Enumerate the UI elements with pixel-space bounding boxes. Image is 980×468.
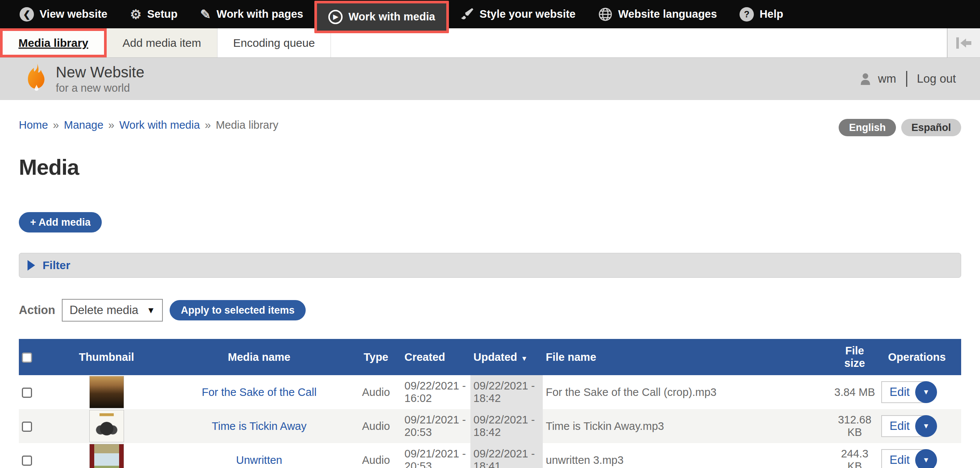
breadcrumb: Home » Manage » Work with media » Media …: [19, 119, 278, 131]
breadcrumb-separator: »: [53, 119, 59, 131]
site-name: New Website: [56, 64, 144, 80]
select-arrow-icon: ▼: [146, 305, 155, 316]
toolbar-item-view-website[interactable]: ❮ View website: [8, 0, 119, 28]
media-file-name: unwritten 3.mp3: [543, 443, 831, 468]
filter-collapsible[interactable]: Filter: [19, 253, 961, 278]
edit-dropdown-toggle[interactable]: ▼: [915, 381, 937, 403]
media-updated: 09/22/2021 - 18:42: [470, 409, 543, 443]
sort-desc-icon: ▼: [521, 355, 528, 362]
select-all-checkbox[interactable]: [22, 353, 32, 363]
site-slogan: for a new world: [56, 82, 144, 94]
media-created: 09/21/2021 - 20:53: [401, 443, 470, 468]
tab-add-media-item[interactable]: Add media item: [107, 28, 217, 58]
tab-label: Add media item: [123, 37, 201, 50]
media-updated: 09/22/2021 - 18:42: [470, 375, 543, 409]
media-type: Audio: [350, 375, 401, 409]
flame-logo-icon: [24, 63, 48, 95]
media-file-size: 244.3 KB: [831, 443, 878, 468]
toolbar-item-work-with-pages[interactable]: ✎ Work with pages: [189, 0, 314, 28]
media-name-link[interactable]: Time is Tickin Away: [212, 420, 306, 432]
row-checkbox[interactable]: [22, 388, 32, 398]
edit-dropdown-toggle[interactable]: ▼: [915, 449, 937, 468]
collapse-left-icon: [956, 37, 972, 50]
table-header-row: Thumbnail Media name Type Created Update…: [19, 339, 961, 375]
media-file-size: 3.84 MB: [831, 375, 878, 409]
language-pill-espanol[interactable]: Español: [901, 119, 961, 136]
media-created: 09/21/2021 - 20:53: [401, 409, 470, 443]
edit-dropdown-toggle[interactable]: ▼: [915, 415, 937, 437]
media-thumbnail: [89, 376, 124, 408]
media-table: Thumbnail Media name Type Created Update…: [19, 339, 961, 468]
site-header: New Website for a new world wm Log out: [0, 58, 980, 100]
media-name-link[interactable]: For the Sake of the Call: [202, 386, 317, 398]
column-header-file-size: File size: [831, 339, 878, 375]
globe-icon: [598, 7, 612, 21]
column-header-updated[interactable]: Updated▼: [470, 339, 543, 375]
page-title: Media: [19, 154, 961, 180]
media-created: 09/22/2021 - 16:02: [401, 375, 470, 409]
tab-label: Encoding queue: [233, 37, 315, 50]
media-row: Unwritten Audio 09/21/2021 - 20:53 09/22…: [19, 443, 961, 468]
media-file-name: For the Sake of the Call (crop).mp3: [543, 375, 831, 409]
action-select-value: Delete media: [69, 303, 138, 317]
media-type: Audio: [350, 443, 401, 468]
row-checkbox[interactable]: [22, 422, 32, 432]
paintbrush-icon: [460, 8, 474, 21]
column-header-media-name[interactable]: Media name: [168, 339, 350, 375]
logout-link[interactable]: Log out: [917, 72, 956, 86]
pencil-icon: ✎: [200, 8, 211, 21]
toolbar-item-label: Style your website: [479, 8, 576, 21]
apply-button[interactable]: Apply to selected items: [170, 300, 306, 320]
toolbar-item-style-your-website[interactable]: Style your website: [449, 0, 587, 28]
media-updated: 09/22/2021 - 18:41: [470, 443, 543, 468]
media-name-link[interactable]: Unwritten: [236, 454, 282, 466]
tab-label: Media library: [19, 37, 88, 50]
media-thumbnail: [89, 444, 124, 468]
toolbar-item-label: View website: [40, 8, 107, 21]
breadcrumb-home[interactable]: Home: [19, 119, 48, 131]
breadcrumb-separator: »: [205, 119, 211, 131]
toolbar-item-help[interactable]: ? Help: [728, 0, 795, 28]
toolbar-item-label: Work with pages: [217, 8, 304, 21]
local-tasks-bar: Media library Add media item Encoding qu…: [0, 28, 980, 58]
gear-icon: ⚙: [130, 8, 142, 21]
toolbar-collapse-toggle[interactable]: [947, 28, 980, 58]
column-header-operations: Operations: [878, 339, 961, 375]
user-separator: [906, 71, 907, 87]
column-header-label: Updated: [473, 351, 517, 363]
expand-triangle-icon: [27, 260, 35, 271]
action-select[interactable]: Delete media ▼: [62, 299, 162, 321]
media-thumbnail: [89, 410, 124, 442]
toolbar-item-label: Work with media: [348, 11, 435, 23]
media-file-size: 312.68 KB: [831, 409, 878, 443]
operations-dropbutton: Edit ▼: [881, 415, 937, 437]
media-type: Audio: [350, 409, 401, 443]
username-link[interactable]: wm: [878, 72, 896, 86]
column-header-created[interactable]: Created: [401, 339, 470, 375]
breadcrumb-work-with-media[interactable]: Work with media: [119, 119, 200, 131]
media-row: For the Sake of the Call Audio 09/22/202…: [19, 375, 961, 409]
breadcrumb-current: Media library: [216, 119, 278, 131]
play-icon: ▶: [328, 10, 343, 24]
operations-dropbutton: Edit ▼: [881, 381, 937, 403]
site-branding[interactable]: New Website for a new world: [24, 63, 144, 95]
tab-encoding-queue[interactable]: Encoding queue: [218, 28, 331, 58]
help-icon: ?: [740, 7, 754, 21]
language-pill-english[interactable]: English: [838, 119, 896, 136]
user-icon: [860, 73, 871, 85]
toolbar-item-work-with-media[interactable]: ▶ Work with media: [314, 1, 449, 33]
row-checkbox[interactable]: [22, 455, 32, 466]
column-header-type[interactable]: Type: [350, 339, 401, 375]
breadcrumb-manage[interactable]: Manage: [64, 119, 103, 131]
media-file-name: Time is Tickin Away.mp3: [543, 409, 831, 443]
toolbar-item-setup[interactable]: ⚙ Setup: [119, 0, 189, 28]
action-label: Action: [19, 303, 55, 317]
media-row: Time is Tickin Away Audio 09/21/2021 - 2…: [19, 409, 961, 443]
column-header-file-name: File name: [543, 339, 831, 375]
toolbar-item-website-languages[interactable]: Website languages: [587, 0, 728, 28]
add-media-button[interactable]: + Add media: [19, 212, 102, 233]
tab-media-library[interactable]: Media library: [0, 28, 107, 58]
breadcrumb-separator: »: [108, 119, 114, 131]
action-row: Action Delete media ▼ Apply to selected …: [19, 299, 961, 321]
toolbar-item-label: Help: [759, 8, 783, 21]
